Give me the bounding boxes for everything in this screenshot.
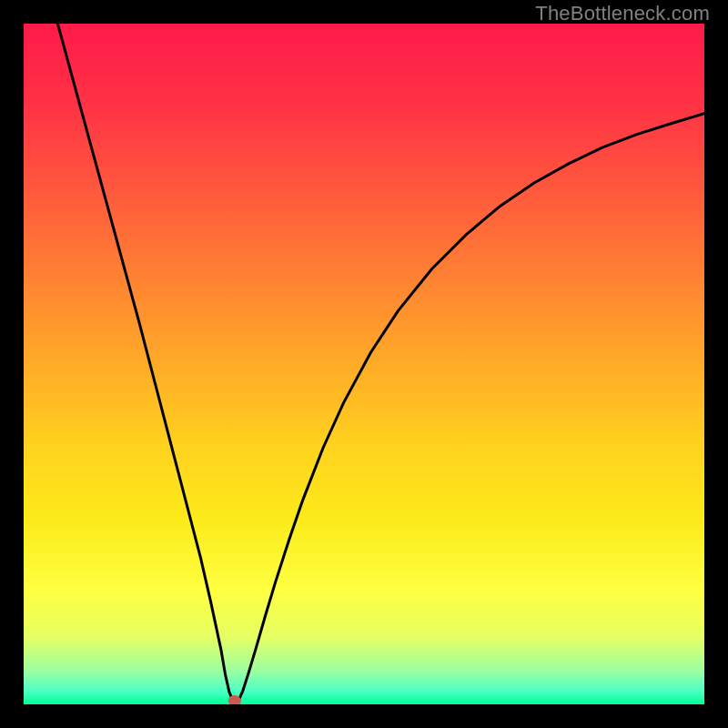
plot-area [24, 24, 704, 704]
chart-frame: TheBottleneck.com [0, 0, 728, 728]
watermark-text: TheBottleneck.com [535, 2, 710, 25]
bottleneck-chart [24, 24, 704, 704]
